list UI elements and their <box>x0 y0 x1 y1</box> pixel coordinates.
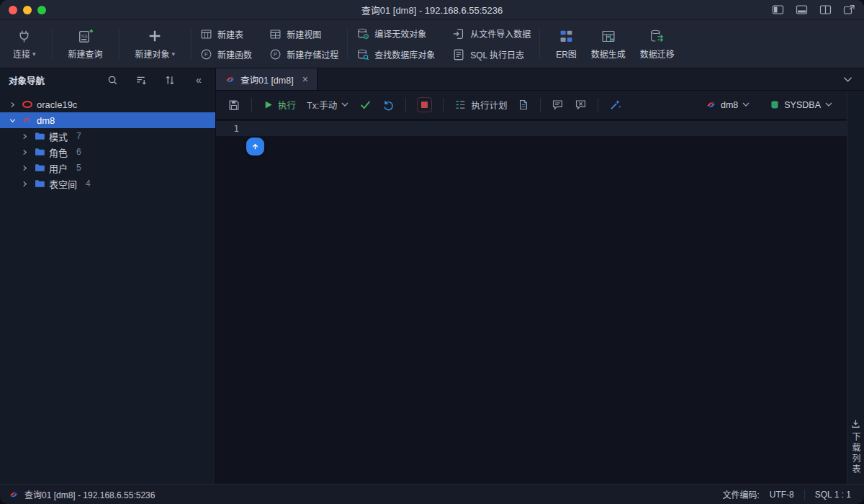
editor-column: 执行 Tx:手动 <box>216 91 847 484</box>
tree-item-count: 4 <box>86 179 91 189</box>
chevron-right-icon[interactable] <box>19 147 30 157</box>
er-diagram-button[interactable]: ER图 <box>549 26 584 62</box>
open-external-icon[interactable] <box>843 4 855 15</box>
new-table-button[interactable]: 新建表 <box>200 28 252 40</box>
tree-settings-icon[interactable] <box>163 73 176 86</box>
search-icon[interactable] <box>106 73 119 86</box>
chevron-right-icon[interactable] <box>19 131 30 141</box>
close-button[interactable] <box>9 6 17 14</box>
editor-action-badge[interactable] <box>246 138 264 156</box>
download-list-button[interactable]: 下载列表 <box>847 91 864 484</box>
zoom-button[interactable] <box>37 6 46 14</box>
function-icon: F <box>200 48 212 60</box>
chevron-right-icon[interactable] <box>19 179 30 189</box>
chevron-down-icon: ▾ <box>32 50 36 58</box>
connection-label: dm8 <box>721 100 738 110</box>
tab-label: 查询01 [dm8] <box>240 73 294 86</box>
collapse-all-icon[interactable] <box>135 73 148 86</box>
save-button[interactable] <box>228 99 240 112</box>
tab-query01[interactable]: 查询01 [dm8] × <box>216 68 318 90</box>
add-comment-button[interactable] <box>552 99 564 111</box>
new-view-label: 新建视图 <box>287 28 321 40</box>
app-window: 查询01 [dm8] - 192.168.6.55:5236 连接▾ <box>0 0 864 504</box>
object-navigator-title: 对象导航 <box>9 73 45 87</box>
stop-icon <box>417 97 432 112</box>
svg-text:F: F <box>204 51 208 58</box>
status-bar: 查询01 [dm8] - 192.168.6.55:5236 文件编码: UTF… <box>0 484 864 504</box>
tree-item-schemas[interactable]: 模式 7 <box>0 128 215 144</box>
new-object-button[interactable]: 新建对象▾ <box>128 26 183 62</box>
tab-close-icon[interactable]: × <box>302 74 308 84</box>
chevron-right-icon[interactable] <box>7 99 17 109</box>
explain-plan-icon <box>454 99 467 111</box>
collapse-sidebar-icon[interactable]: « <box>192 73 205 86</box>
toolbar-separator <box>119 28 120 60</box>
new-view-button[interactable]: 新建视图 <box>269 28 338 40</box>
save-icon <box>228 99 240 112</box>
new-query-button[interactable]: SQL 新建查询 <box>61 26 110 62</box>
split-view-icon[interactable] <box>819 4 832 15</box>
toggle-left-panel-icon[interactable] <box>772 4 784 15</box>
connection-selector[interactable]: dm8 <box>706 99 750 110</box>
chevron-down-icon[interactable] <box>7 115 17 125</box>
data-migrate-button[interactable]: 数据迁移 <box>633 26 682 62</box>
tab-list-button[interactable] <box>832 68 864 90</box>
tree-item-label: dm8 <box>37 115 55 126</box>
line-number: 1 <box>216 123 249 134</box>
tree-item-tablespaces[interactable]: 表空间 4 <box>0 176 215 192</box>
stop-button[interactable] <box>417 97 432 112</box>
toolbar-separator <box>598 98 598 112</box>
magic-wand-icon <box>609 99 621 111</box>
new-procedure-button[interactable]: P 新建存储过程 <box>269 48 338 60</box>
new-function-button[interactable]: F 新建函数 <box>200 48 252 60</box>
sql-editor[interactable]: 1 <box>216 120 847 484</box>
tree-item-users[interactable]: 用户 5 <box>0 160 215 176</box>
tree-item-oracle19c[interactable]: oracle19c <box>0 96 215 112</box>
role-selector[interactable]: SYSDBA <box>770 99 832 110</box>
editor-current-line[interactable]: 1 <box>216 121 847 136</box>
tree-item-dm8[interactable]: dm8 <box>0 112 215 128</box>
editor-body: 执行 Tx:手动 <box>216 91 864 484</box>
undo-rotate-icon <box>382 99 395 111</box>
database-search-icon <box>356 48 369 61</box>
content-area: 查询01 [dm8] × <box>216 68 864 484</box>
tree-item-roles[interactable]: 角色 6 <box>0 144 215 160</box>
status-separator <box>804 490 805 500</box>
minimize-button[interactable] <box>23 6 32 14</box>
remove-comment-button[interactable] <box>575 99 587 111</box>
log-document-icon <box>452 48 465 61</box>
title-bar: 查询01 [dm8] - 192.168.6.55:5236 <box>0 0 864 20</box>
rollback-button[interactable] <box>382 99 395 111</box>
dm-logo-icon <box>706 99 716 110</box>
object-navigator: 对象导航 « <box>0 68 216 484</box>
export-result-button[interactable] <box>518 99 529 111</box>
toolbar-separator <box>443 98 444 112</box>
connect-button[interactable]: 连接▾ <box>6 26 43 62</box>
compile-invalid-label: 编译无效对象 <box>374 27 426 40</box>
er-diagram-icon <box>559 28 574 44</box>
toggle-bottom-panel-icon[interactable] <box>796 4 808 15</box>
find-db-object-button[interactable]: 查找数据库对象 <box>356 48 435 61</box>
procedure-icon: P <box>269 48 282 60</box>
connect-label: 连接 <box>13 48 30 60</box>
main-toolbar: 连接▾ SQL 新建查询 新建对象▾ 新建表 <box>0 20 864 68</box>
explain-plan-button[interactable]: 执行计划 <box>454 98 507 112</box>
data-generate-button[interactable]: 数据生成 <box>584 26 633 62</box>
format-sql-button[interactable] <box>609 99 621 111</box>
sql-log-button[interactable]: SQL 执行日志 <box>452 48 531 61</box>
editor-toolbar: 执行 Tx:手动 <box>216 91 847 120</box>
compile-invalid-objects-button[interactable]: 编译无效对象 <box>356 27 435 40</box>
er-diagram-label: ER图 <box>556 48 577 60</box>
role-label: SYSDBA <box>784 100 821 110</box>
data-migrate-icon <box>649 28 665 44</box>
toolbar-separator <box>191 28 192 60</box>
window-title: 查询01 [dm8] - 192.168.6.55:5236 <box>0 3 864 17</box>
import-from-file-button[interactable]: 从文件导入数据 <box>452 27 531 40</box>
new-query-icon: SQL <box>77 28 94 44</box>
chevron-right-icon[interactable] <box>19 163 30 173</box>
encoding-value[interactable]: UTF-8 <box>770 490 794 500</box>
execute-button[interactable]: 执行 <box>263 98 296 112</box>
tx-mode-dropdown[interactable]: Tx:手动 <box>307 98 348 112</box>
arrow-up-icon <box>250 141 261 152</box>
commit-button[interactable] <box>359 99 372 110</box>
